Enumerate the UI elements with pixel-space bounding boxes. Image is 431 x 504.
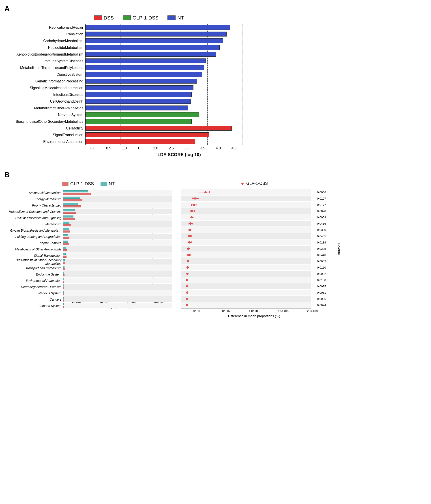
bar-row-b: [63, 196, 172, 202]
legend-a: DSS GLP-1-DSS NT: [4, 15, 273, 21]
bar-row-a: [86, 118, 273, 125]
bar-row-b: [63, 265, 172, 271]
y-label-b-item: Enzyme Families: [4, 240, 61, 246]
nt-bar-b: [63, 266, 64, 268]
legend-item-nt: NT: [167, 15, 184, 21]
pvalue-cell: 0.0036: [311, 296, 327, 302]
bar-row-a: [86, 71, 273, 78]
bar-row-b: [63, 221, 172, 227]
pvalue-cell: 0.0022: [311, 271, 327, 277]
bar-row-a: [86, 64, 273, 71]
chart-b-left: Amino Acid MetabolismEnergy MetabolismPo…: [4, 190, 172, 309]
bar-a: [86, 112, 199, 117]
y-label-a-item: GeneticInformationProcessing: [4, 78, 83, 85]
x-tick-a: 2.5: [163, 146, 179, 150]
bar-row-b: [63, 202, 172, 208]
glp-bar-b: [63, 193, 91, 195]
legend-item-glp1oss: GLP-1-DSS: [62, 181, 94, 186]
x-tick-a: 1.5: [132, 146, 148, 150]
pvalue-cell: 0.0440: [311, 252, 327, 258]
forest-row: [181, 233, 311, 239]
y-label-b-item: Cancers: [4, 296, 61, 303]
pvalue-cell: 0.0061: [311, 290, 327, 296]
forest-ci-cap-left: [190, 216, 190, 218]
forest-row: [181, 271, 311, 277]
glp-bar-b: [63, 268, 65, 270]
forest-row: [181, 208, 311, 214]
pvalue-cell: 0.0150: [311, 265, 327, 270]
bar-row-b: [63, 215, 172, 221]
nt-bar-b: [63, 241, 68, 243]
panel-b: B GLP-1-DSS NT Amino Acid MetabolismEner: [4, 171, 407, 318]
glp-bar-b: [63, 281, 64, 283]
forest-point: [186, 304, 188, 306]
y-label-b-item: Endocrine System: [4, 271, 61, 278]
y-label-a-item: SignalTransduction: [4, 132, 83, 138]
forest-point: [189, 235, 191, 237]
forest-ci-cap-right: [194, 216, 194, 218]
bar-a: [86, 119, 192, 124]
forest-ci-cap-right: [191, 235, 192, 237]
forest-row: [181, 202, 311, 208]
y-label-b-item: Glycan Biosynthesis and Metabolism: [4, 227, 61, 234]
bar-row-b: [63, 284, 172, 290]
bar-row-a: [86, 38, 273, 44]
y-label-b-item: Neurodegenerative Diseases: [4, 284, 61, 290]
forest-row: [181, 302, 311, 308]
glp-bar-b: [63, 299, 64, 302]
glp-bar-b: [63, 231, 70, 233]
bar-row-b: [63, 271, 172, 277]
forest-point: [186, 273, 189, 275]
bar-row-b: [63, 234, 172, 239]
forest-ci-cap-right: [190, 248, 190, 250]
bar-row-b: [63, 190, 172, 196]
nt-bar-b: [63, 228, 69, 230]
forest-ci-cap-left: [191, 204, 192, 206]
forest-ci-cap-left: [199, 191, 199, 193]
x-tick-forest: 2.0e+08: [298, 309, 327, 313]
pvalue-cell: 0.0045: [311, 258, 327, 264]
forest-row: [181, 277, 311, 283]
pvalue-cell: 0.0416: [311, 221, 327, 226]
y-label-a-item: MetabolismofTerpenoidsandPolyketides: [4, 64, 83, 71]
legend-item-glp1dss: GLP-1-DSS: [123, 15, 158, 21]
bars-area-b: [63, 190, 172, 299]
x-tick-forest: 1.5e+08: [269, 309, 298, 313]
forest-ci-cap-right: [191, 242, 192, 243]
panel-b-label: B: [4, 171, 407, 179]
forest-row: [181, 239, 311, 245]
pvalue-cell: 0.0139: [311, 239, 327, 245]
bar-row-b: [63, 208, 172, 214]
forest-point: [194, 197, 196, 200]
bar-a: [86, 45, 220, 50]
forest-point: [191, 216, 193, 218]
nt-bar-b: [63, 222, 70, 224]
y-axis-labels-a: ReplicationandRepairTranslationCarbohydr…: [4, 24, 85, 145]
bar-a: [86, 52, 216, 57]
nt-bar-b: [63, 285, 64, 287]
y-label-a-item: XenobioticsBiodegradationandMetabolism: [4, 51, 83, 58]
forest-ci-cap-left: [189, 223, 189, 225]
bar-a: [86, 99, 191, 104]
forest-ci-cap-left: [190, 210, 191, 212]
y-label-a-item: NucleotideMetabolism: [4, 44, 83, 51]
glp-bar-b: [63, 212, 76, 214]
panel-b-left: GLP-1-DSS NT Amino Acid MetabolismEnergy…: [4, 181, 172, 318]
forest-point: [187, 248, 190, 250]
bar-a: [86, 92, 192, 97]
panel-a-label: A: [4, 4, 273, 13]
legend-label-glp1dss: GLP-1-DSS: [132, 15, 158, 21]
forest-point: [204, 191, 207, 193]
bar-a: [86, 72, 202, 77]
bar-row-a: [86, 58, 273, 64]
legend-box-nt-b: [101, 182, 107, 186]
bar-row-a: [86, 98, 273, 104]
pvalue-cell: 0.0180: [311, 277, 327, 283]
forest-point: [188, 241, 191, 243]
bar-a: [86, 106, 188, 110]
forest-row: [181, 221, 311, 226]
legend-box-glp1dss: [123, 16, 131, 20]
forest-legend-icon: [240, 182, 245, 186]
glp-bar-b: [63, 243, 69, 245]
legend-box-glp1oss-b: [62, 182, 69, 186]
